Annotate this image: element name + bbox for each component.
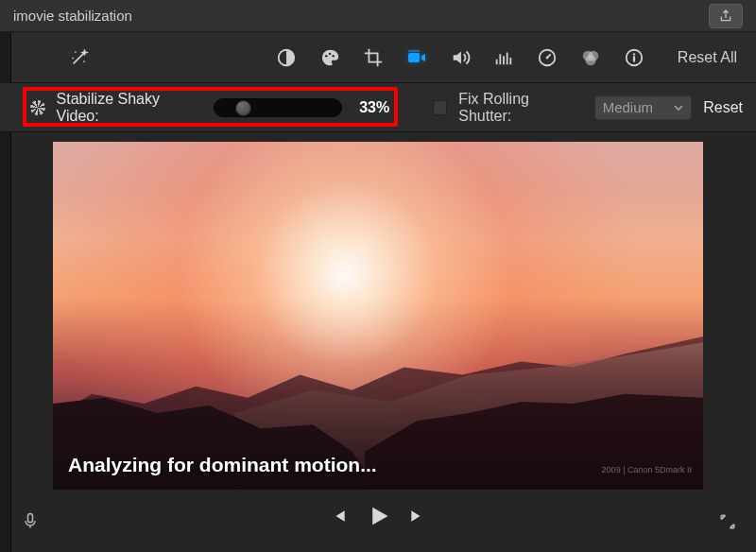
viewer-area: Analyzing for dominant motion... 2009 | … [0,132,756,490]
stabilize-value: 33% [359,99,389,116]
svg-point-1 [325,54,327,56]
svg-rect-5 [408,50,420,52]
window-title: imovie stabilization [13,8,132,24]
voiceover-mic-button[interactable] [21,510,40,531]
stabilize-slider[interactable] [214,98,342,117]
crop-icon[interactable] [360,44,387,71]
equalizer-icon[interactable] [490,44,517,71]
svg-point-3 [332,54,334,56]
previous-button[interactable] [329,507,348,526]
svg-point-10 [585,55,595,65]
fix-rolling-shutter-label: Fix Rolling Shutter: [458,91,582,125]
share-button[interactable] [709,4,743,28]
playback-controls [0,490,756,543]
stabilize-slider-thumb[interactable] [235,100,251,116]
svg-rect-4 [408,53,420,62]
fullscreen-button[interactable] [718,512,737,531]
svg-rect-13 [28,514,33,523]
fix-rolling-shutter-checkbox[interactable] [433,100,448,115]
rolling-shutter-value: Medium [603,99,653,115]
processing-spinner-icon [30,100,45,115]
svg-point-2 [329,52,331,54]
window-titlebar: imovie stabilization [0,0,756,32]
next-button[interactable] [408,507,427,526]
stabilize-label: Stabilize Shaky Video: [57,91,203,125]
share-icon [718,9,733,24]
reset-button[interactable]: Reset [703,99,743,116]
volume-icon[interactable] [447,44,473,71]
stabilization-options-row: Stabilize Shaky Video: 33% Fix Rolling S… [0,83,756,132]
chevron-down-icon [674,103,683,112]
svg-point-12 [633,53,635,55]
svg-point-7 [545,56,548,59]
magic-wand-icon[interactable] [66,44,93,71]
stabilize-icon[interactable] [404,44,430,71]
filters-icon[interactable] [577,44,604,71]
preview-watermark: 2009 | Canon 5Dmark II [602,465,692,474]
inspector-toolbar: Reset All [0,32,756,83]
info-icon[interactable] [621,44,647,71]
play-button[interactable] [365,503,391,529]
rolling-shutter-dropdown[interactable]: Medium [594,95,693,120]
color-palette-icon[interactable] [317,44,343,71]
video-preview[interactable]: Analyzing for dominant motion... 2009 | … [53,142,703,490]
speedometer-icon[interactable] [534,44,560,71]
color-balance-icon[interactable] [273,44,300,71]
analysis-status-text: Analyzing for dominant motion... [68,454,377,476]
reset-all-button[interactable]: Reset All [678,49,737,66]
